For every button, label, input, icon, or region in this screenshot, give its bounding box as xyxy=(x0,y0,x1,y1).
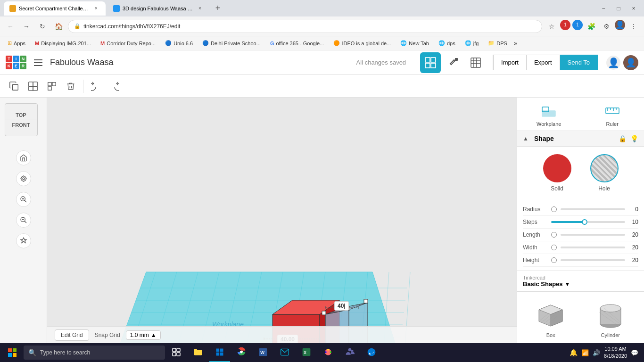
snap-value-selector[interactable]: 1.0 mm ▲ xyxy=(126,330,161,340)
taskbar-app-explorer[interactable] xyxy=(188,343,208,362)
back-button[interactable]: ← xyxy=(4,20,17,33)
profile-icon-1[interactable]: 1 xyxy=(560,20,570,30)
hole-circle xyxy=(590,154,619,182)
lock-shape-icon[interactable]: 🔒 xyxy=(619,135,627,142)
home-nav-button[interactable] xyxy=(16,150,31,165)
clone-button[interactable] xyxy=(25,78,41,95)
user-avatar[interactable]: 👤 xyxy=(623,55,638,70)
menu-icon[interactable]: ⋮ xyxy=(627,20,640,33)
tab-tinkercad[interactable]: 3D design Fabulous Waasa | Tink... × xyxy=(107,1,209,16)
width-slider[interactable] xyxy=(561,247,625,248)
close-button[interactable]: × xyxy=(627,2,640,15)
shape-item-cylinder-grey[interactable]: Cylinder xyxy=(583,297,639,342)
send-to-button[interactable]: Send To xyxy=(560,55,598,70)
canvas-area[interactable]: 40| 40.00 Workplane Edit Grid Snap Grid … xyxy=(47,98,517,343)
height-slider[interactable] xyxy=(561,259,625,261)
import-button[interactable]: Import xyxy=(493,55,526,70)
refresh-button[interactable]: ↻ xyxy=(36,20,49,33)
steps-thumb[interactable] xyxy=(582,219,587,225)
export-button[interactable]: Export xyxy=(526,55,560,70)
bookmark-delhi[interactable]: 🔵 Delhi Private Schoo... xyxy=(198,39,264,47)
library-category: Basic Shapes xyxy=(523,280,563,288)
workplane-button[interactable]: Workplane xyxy=(517,98,581,131)
new-tab-button[interactable]: + xyxy=(211,2,224,15)
duplicate-button[interactable] xyxy=(6,78,23,95)
zoom-in-button[interactable] xyxy=(16,192,31,207)
bookmark-ideo-label: IDEO is a global de... xyxy=(342,41,391,46)
taskbar-search[interactable]: 🔍 Type here to search xyxy=(24,346,165,360)
forward-button[interactable]: → xyxy=(20,20,33,33)
bookmark-newtab[interactable]: 🌐 New Tab xyxy=(396,39,433,47)
bookmark-gmail1[interactable]: M Displaying IMG-201... xyxy=(31,40,95,47)
group-button[interactable] xyxy=(43,78,60,95)
taskbar-app-store[interactable] xyxy=(209,343,230,362)
target-nav-button[interactable] xyxy=(16,171,31,186)
notification-icon[interactable]: 🔔 xyxy=(570,349,578,356)
taskbar-app-teams[interactable] xyxy=(339,343,360,362)
tab-close-1[interactable]: × xyxy=(92,5,100,12)
orientation-button[interactable] xyxy=(16,233,31,248)
radius-slider-thumb[interactable] xyxy=(551,206,557,212)
taskbar-app-word[interactable]: W xyxy=(253,343,273,362)
address-bar[interactable]: 🔒 tinkercad.com/things/dhVfiX276EJ/edit xyxy=(68,20,542,33)
taskbar-app-taskview[interactable] xyxy=(166,343,187,362)
taskbar-app-paint[interactable] xyxy=(318,343,339,362)
wifi-icon[interactable]: 📶 xyxy=(581,349,589,356)
sound-icon[interactable]: 🔊 xyxy=(593,349,600,356)
start-button[interactable] xyxy=(2,343,23,362)
lightbulb-icon[interactable]: 💡 xyxy=(630,135,638,142)
main-content: TOP FRONT xyxy=(0,98,644,343)
bookmark-office[interactable]: G office 365 - Google... xyxy=(266,40,328,47)
tab-close-2[interactable]: × xyxy=(196,5,204,12)
steps-slider[interactable] xyxy=(551,221,625,223)
user-avatar[interactable]: 👤 xyxy=(615,20,625,30)
home-button[interactable]: 🏠 xyxy=(52,20,65,33)
hole-option[interactable]: Hole xyxy=(590,154,619,192)
bookmark-unio[interactable]: 🔵 Unio 6.6 xyxy=(161,39,197,47)
bookmark-gmail2[interactable]: M Corridor Duty Repo... xyxy=(97,40,159,47)
extensions-icon[interactable]: 🧩 xyxy=(585,20,598,33)
blueprint-button[interactable] xyxy=(465,52,486,73)
bookmark-dps2[interactable]: 📁 DPS xyxy=(484,39,511,47)
bookmark-dps1[interactable]: 🌐 dps xyxy=(435,39,459,47)
zoom-out-button[interactable] xyxy=(16,213,31,228)
add-user-button[interactable]: 👤 xyxy=(606,56,620,70)
taskbar-app-mail[interactable] xyxy=(274,343,295,362)
solid-circle xyxy=(543,154,571,182)
profile-icon-2[interactable]: 1 xyxy=(572,20,583,30)
bookmark-ideo[interactable]: 🟠 IDEO is a global de... xyxy=(330,39,395,47)
tab-secret-compartment[interactable]: Secret Compartment Challenge × xyxy=(4,1,106,16)
library-dropdown[interactable]: Basic Shapes ▼ xyxy=(523,280,570,288)
taskbar-time-display[interactable]: 10:09 AM 8/18/2020 xyxy=(604,346,627,360)
svg-rect-108 xyxy=(8,348,12,352)
bookmark-apps[interactable]: ⊞ Apps xyxy=(4,39,29,47)
bookmark-gmail1-label: Displaying IMG-201... xyxy=(41,41,91,46)
width-slider-thumb[interactable] xyxy=(551,245,557,250)
edit-grid-button[interactable]: Edit Grid xyxy=(55,329,89,341)
radius-slider[interactable] xyxy=(561,208,625,210)
solid-option[interactable]: Solid xyxy=(543,154,571,192)
height-slider-thumb[interactable] xyxy=(551,257,557,263)
bookmarks-overflow[interactable]: » xyxy=(514,40,517,47)
taskbar-app-edge[interactable] xyxy=(361,343,382,362)
undo-button[interactable] xyxy=(87,78,104,95)
redo-button[interactable] xyxy=(106,78,123,95)
hamburger-menu[interactable] xyxy=(31,56,45,70)
taskbar-app-excel[interactable]: X xyxy=(296,343,317,362)
bookmark-star-icon[interactable]: ☆ xyxy=(545,20,558,33)
view-cube[interactable]: TOP FRONT xyxy=(5,103,42,141)
settings-icon[interactable]: ⚙ xyxy=(600,20,613,33)
maximize-button[interactable]: □ xyxy=(612,2,625,15)
shape-panel-collapse[interactable]: ▲ xyxy=(523,135,528,142)
action-center-icon[interactable]: 💬 xyxy=(631,349,638,356)
shape-item-box-grey[interactable]: Box xyxy=(523,297,579,342)
length-slider-thumb[interactable] xyxy=(551,232,557,238)
taskbar-app-chrome[interactable] xyxy=(231,343,252,362)
hammer-tool-button[interactable] xyxy=(443,52,463,73)
minimize-button[interactable]: − xyxy=(597,2,610,15)
grid-view-button[interactable] xyxy=(420,52,441,73)
ruler-button[interactable]: Ruler xyxy=(581,98,644,131)
delete-button[interactable] xyxy=(62,78,79,95)
length-slider[interactable] xyxy=(561,234,625,236)
bookmark-jfg[interactable]: 🌐 jfg xyxy=(461,39,483,47)
